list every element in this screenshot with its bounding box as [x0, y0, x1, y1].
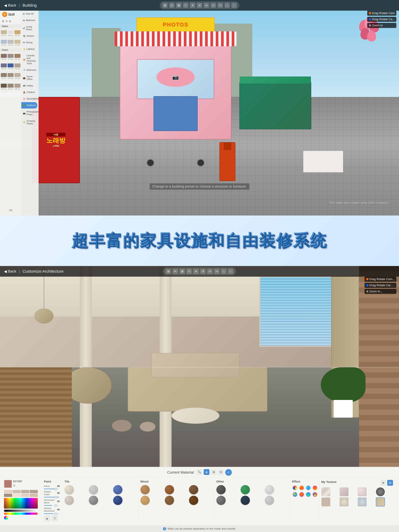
- effect-item-5[interactable]: [292, 492, 298, 497]
- texture-thumb-5[interactable]: [321, 497, 330, 507]
- other-swatch-4[interactable]: [216, 495, 226, 505]
- swatch-3[interactable]: [21, 490, 29, 493]
- nav-bedroom[interactable]: 🛏 Bedroom: [21, 17, 38, 24]
- nav-kitchen[interactable]: 🍳 Kitchen: [21, 33, 38, 39]
- back-button[interactable]: ◀ Back: [4, 3, 16, 8]
- swatch-2[interactable]: [13, 490, 21, 493]
- nav-hobby[interactable]: 🎮 Hobby: [21, 82, 38, 89]
- table-item-3[interactable]: RF 23: [14, 29, 21, 38]
- effect-item-2[interactable]: [299, 485, 304, 491]
- table-item-4[interactable]: RF 24: [0, 38, 7, 48]
- color-spectrum[interactable]: [4, 498, 38, 509]
- trash-color-icon[interactable]: 🗑: [13, 484, 22, 487]
- swatch-6[interactable]: [13, 494, 21, 497]
- nav-dining[interactable]: 🍽 Dining: [21, 39, 38, 46]
- sort-icon[interactable]: ⇅: [6, 20, 8, 23]
- wood-swatch-4[interactable]: [140, 495, 150, 505]
- toolbar-bottom-icon-3[interactable]: ⊠: [180, 269, 185, 274]
- active-mat-btn[interactable]: ◈: [204, 469, 209, 475]
- tile-swatch-6[interactable]: [113, 495, 123, 505]
- horizontal-slider[interactable]: [44, 505, 60, 506]
- grid-mat-btn[interactable]: ⊞: [211, 469, 217, 475]
- confirm-btn[interactable]: ✓: [225, 469, 232, 476]
- swatch-8[interactable]: [30, 494, 38, 497]
- other-swatch-5[interactable]: [241, 495, 250, 505]
- chair-item-5[interactable]: RF 25: [7, 62, 14, 71]
- back-button-bottom[interactable]: ◀ Back: [4, 269, 16, 274]
- texture-thumb-8[interactable]: [376, 497, 385, 507]
- toolbar-undo-icon[interactable]: ↩: [211, 3, 216, 8]
- swatch-4[interactable]: [30, 490, 38, 493]
- texture-upload-icon[interactable]: ⊕: [380, 480, 386, 486]
- toolbar-bottom-icon-7[interactable]: ↩: [207, 269, 213, 274]
- other-swatch-2[interactable]: [241, 485, 250, 494]
- nav-outdoors[interactable]: 🌿 Outdoors: [21, 102, 37, 109]
- toolbar-flip-icon[interactable]: ⇔: [204, 3, 209, 8]
- wood-swatch-5[interactable]: [165, 495, 174, 505]
- texture-thumb-1[interactable]: [321, 487, 330, 496]
- effect-item-7[interactable]: [305, 492, 311, 497]
- toolbar-bottom-icon-2[interactable]: ✏: [173, 269, 178, 274]
- chair-item-3[interactable]: RF 23: [14, 52, 21, 62]
- tile-swatch-2[interactable]: [89, 485, 98, 494]
- table-item-2[interactable]: RF 22: [7, 29, 14, 38]
- effect-item-3[interactable]: [305, 485, 311, 491]
- swatch-5[interactable]: [4, 494, 12, 497]
- toolbar-bottom-icon-5[interactable]: ✦: [193, 269, 199, 274]
- nav-children[interactable]: 🧸 Children: [21, 89, 38, 96]
- wood-swatch-6[interactable]: [189, 495, 198, 505]
- toolbar-move-icon[interactable]: ✦: [190, 3, 195, 8]
- texture-thumb-6[interactable]: [340, 497, 348, 507]
- pattern-slider[interactable]: [44, 497, 60, 497]
- nav-living-room[interactable]: 🛋 Living Room: [21, 24, 38, 33]
- other-swatch-1[interactable]: [216, 485, 226, 494]
- trash-icon[interactable]: 🗑: [2, 20, 4, 23]
- effect-item-1[interactable]: [292, 485, 298, 491]
- filter-icon[interactable]: ⊞: [9, 20, 11, 23]
- nav-view-all[interactable]: ⊞ View All: [21, 11, 38, 17]
- texture-grid-icon[interactable]: ⊞: [387, 480, 393, 486]
- toolbar-bottom-icon-6[interactable]: ↺: [200, 269, 206, 274]
- toolbar-redo-icon[interactable]: ↪: [218, 3, 223, 8]
- chair-item-8[interactable]: RF 28: [7, 72, 14, 81]
- effect-item-8[interactable]: [312, 492, 318, 497]
- other-swatch-6[interactable]: [265, 495, 274, 505]
- toolbar-bottom-icon-10[interactable]: ↑: [228, 269, 233, 274]
- chair-item-6[interactable]: RF 26: [14, 62, 21, 71]
- texture-thumb-4[interactable]: [376, 487, 385, 496]
- tile-swatch-4[interactable]: [64, 495, 74, 505]
- chair-item-1[interactable]: RF 21: [0, 52, 7, 62]
- copy-mat-btn[interactable]: ⧉: [218, 469, 224, 475]
- nav-growing-plants[interactable]: 🌱 Growing Plants: [21, 118, 38, 127]
- nav-bathroom[interactable]: 🚿 Bathroom: [21, 67, 38, 73]
- toolbar-select-icon[interactable]: ⊠: [176, 3, 181, 8]
- table-item-5[interactable]: RF 25: [7, 38, 14, 48]
- wood-swatch-1[interactable]: [140, 485, 150, 494]
- chair-item-2[interactable]: RF 22: [7, 52, 14, 62]
- toolbar-pencil-icon[interactable]: ✏: [169, 3, 175, 8]
- lightness-bar[interactable]: [4, 510, 38, 512]
- toolbar-bottom-icon-4[interactable]: ↖: [186, 269, 192, 274]
- hue-bar[interactable]: [4, 513, 38, 515]
- tile-swatch-3[interactable]: [113, 485, 123, 494]
- toolbar-bottom-icon-9[interactable]: ⌂: [221, 269, 226, 274]
- paint-triangle-2-icon[interactable]: ▽: [52, 515, 58, 522]
- nav-photography[interactable]: 📸 Photography Props: [21, 109, 38, 118]
- toolbar-cursor-icon[interactable]: ↖: [183, 3, 188, 8]
- furniture-extra-2[interactable]: RF 22: [7, 82, 14, 91]
- chair-item-9[interactable]: RF 29: [14, 72, 21, 81]
- furniture-extra-3[interactable]: RF 23: [14, 82, 21, 91]
- color-swatch[interactable]: [4, 480, 12, 488]
- texture-thumb-7[interactable]: [358, 497, 367, 507]
- search-mat-btn[interactable]: 🔍: [196, 469, 202, 475]
- nav-lighting[interactable]: 💡 Lighting: [21, 46, 38, 52]
- effect-item-4[interactable]: [312, 485, 318, 491]
- toolbar-grid-icon[interactable]: ⊞: [162, 3, 168, 8]
- texture-thumb-2[interactable]: [340, 487, 348, 496]
- paint-triangle-icon[interactable]: ▲: [44, 515, 50, 522]
- toolbar-bottom-icon-8[interactable]: ↪: [214, 269, 219, 274]
- toolbar-rotate-icon[interactable]: ↺: [197, 3, 202, 8]
- tile-swatch-5[interactable]: [89, 495, 98, 505]
- wood-swatch-3[interactable]: [189, 485, 198, 494]
- swatch-1[interactable]: [4, 490, 12, 493]
